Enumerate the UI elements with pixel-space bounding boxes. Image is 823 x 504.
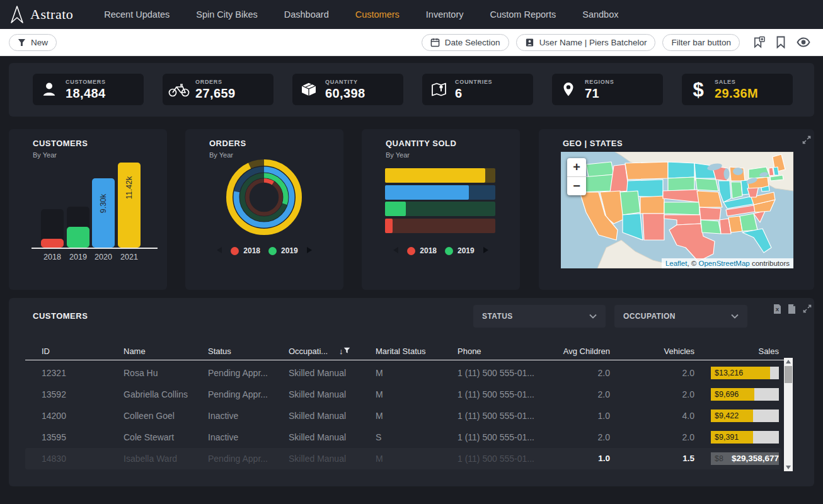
sales-bar-cell: $9,391 [711,431,779,444]
zoom-out-button[interactable]: − [567,176,586,195]
table-row[interactable]: 12321Rosa HuPending Appr...Skilled Manua… [9,362,814,384]
calendar-icon [430,38,440,47]
state-shape[interactable] [699,207,721,220]
expand-icon[interactable] [802,135,812,145]
legend-next-arrow[interactable] [483,245,489,256]
chevron-down-icon [731,314,739,319]
nav-item-customers[interactable]: Customers [342,9,413,20]
cell-name: Rosa Hu [124,362,158,384]
nav-item-inventory[interactable]: Inventory [413,9,477,20]
hbar-fill-2021[interactable] [385,168,485,183]
legend-label: 2018 [243,246,260,255]
legend-prev-arrow[interactable] [216,245,222,256]
table-row[interactable]: 13592Gabriella CollinsPending Appr...Ski… [9,384,814,405]
legend-item-2018[interactable]: 2018 [407,246,437,255]
state-shape[interactable] [643,214,664,240]
hbar-fill-2019[interactable] [385,202,406,216]
nav-item-custom-reports[interactable]: Custom Reports [476,9,569,20]
kpi-card-quantity[interactable]: QUANTITY60,398 [292,74,403,105]
scroll-down-arrow[interactable] [784,464,793,471]
bar-2018[interactable] [41,239,64,248]
sales-value-label: $9,422 [715,410,739,422]
kpi-card-sales[interactable]: $SALES29.36M [682,74,793,105]
nav-items: Recent UpdatesSpin City BikesDashboardCu… [91,9,631,20]
cell-children: 2.0 [515,427,610,448]
occupation-filter-dropdown[interactable]: OCCUPATION [614,305,747,328]
kpi-value: 18,484 [66,86,106,101]
app-logo[interactable]: Astrato [0,5,73,24]
orders-donut-chart [223,156,305,238]
new-filter-button[interactable]: New [9,34,57,51]
bookmark-add-icon[interactable] [753,36,765,49]
table-scrollbar[interactable] [784,358,793,471]
orders-chart-title: ORDERS [209,139,246,148]
date-selection-button[interactable]: Date Selection [422,34,509,51]
totals-ghost-occupation: Skilled Manual [289,448,346,469]
export-excel-icon[interactable]: X [773,304,782,314]
sort-descending-icon[interactable]: ↓ [339,343,343,360]
kpi-card-countries[interactable]: COUNTRIES6 [422,74,533,105]
legend-item-2018[interactable]: 2018 [231,246,260,255]
table-row[interactable]: 14200Colleen GoelInactiveSkilled ManualM… [9,405,814,427]
kpi-card-regions[interactable]: REGIONS71 [552,74,663,105]
state-shape[interactable] [773,167,779,175]
eye-icon[interactable] [797,37,810,47]
nav-item-recent-updates[interactable]: Recent Updates [91,9,183,20]
bookmark-icon[interactable] [776,36,786,49]
state-shape[interactable] [620,191,640,215]
cell-vehicles: 2.0 [600,384,694,405]
leaflet-map[interactable]: + − Leaflet, © OpenStreetMap contributor… [561,152,793,268]
donut-ring-2018[interactable] [248,181,281,214]
nav-item-dashboard[interactable]: Dashboard [271,9,342,20]
svg-text:X: X [776,307,780,312]
export-document-icon[interactable] [787,304,797,314]
totals-ghost-name: Isabella Ward [124,448,177,469]
nav-item-spin-city-bikes[interactable]: Spin City Bikes [183,9,271,20]
hbar-fill-2018[interactable] [385,219,393,233]
legend-item-2019[interactable]: 2019 [445,246,475,255]
hbar-fill-2020[interactable] [385,185,469,200]
state-shape[interactable] [697,191,722,207]
sales-value-label: $9,696 [715,388,739,401]
zoom-in-button[interactable]: + [567,158,586,176]
nav-item-sandbox[interactable]: Sandbox [569,9,631,20]
dollar-icon: $ [682,80,715,100]
bar-2019[interactable] [67,227,89,248]
table-row[interactable]: 13595Cole StewartInactiveSkilled ManualS… [9,427,814,448]
map-attribution: Leaflet, © OpenStreetMap contributors [662,258,793,268]
customers-chart-panel: CUSTOMERS By Year 201820199.30k202011.42… [9,129,167,290]
leaflet-link[interactable]: Leaflet [665,260,688,267]
legend-item-2019[interactable]: 2019 [268,246,298,255]
state-shape[interactable] [696,178,718,191]
openstreetmap-link[interactable]: OpenStreetMap [699,260,750,267]
state-shape[interactable] [625,162,668,180]
user-name-button[interactable]: User Name | Piers Batchelor [516,34,656,51]
status-filter-dropdown[interactable]: STATUS [473,305,606,328]
scroll-up-arrow[interactable] [784,358,793,365]
state-shape[interactable] [731,182,742,198]
x-axis-label: 2018 [41,253,64,261]
state-shape[interactable] [701,220,721,234]
column-filter-icon[interactable] [343,347,350,354]
cell-id: 14200 [42,405,66,427]
map-zoom-control: + − [567,158,586,195]
legend-next-arrow[interactable] [306,245,313,256]
state-shape[interactable] [640,196,664,214]
user-name-label: User Name | Piers Batchelor [539,38,647,47]
filter-bar-button[interactable]: Filter bar button [662,34,740,51]
occupation-filter-label: OCCUPATION [623,312,676,321]
expand-icon[interactable] [802,304,812,314]
attribution-suffix: contributors [750,260,790,267]
kpi-card-orders[interactable]: ORDERS27,659 [163,74,273,105]
bicycle-icon [163,82,195,97]
state-shape[interactable] [664,202,699,215]
scrollbar-thumb[interactable] [785,366,792,383]
state-shape[interactable] [668,162,694,178]
state-shape[interactable] [668,177,694,191]
totals-ghost-marital: M [376,448,383,469]
cell-children: 1.0 [515,405,610,427]
filter-icon [18,38,26,47]
legend-prev-arrow[interactable] [393,245,399,256]
cell-status: Inactive [208,427,238,448]
kpi-card-customers[interactable]: CUSTOMERS18,484 [33,74,144,105]
